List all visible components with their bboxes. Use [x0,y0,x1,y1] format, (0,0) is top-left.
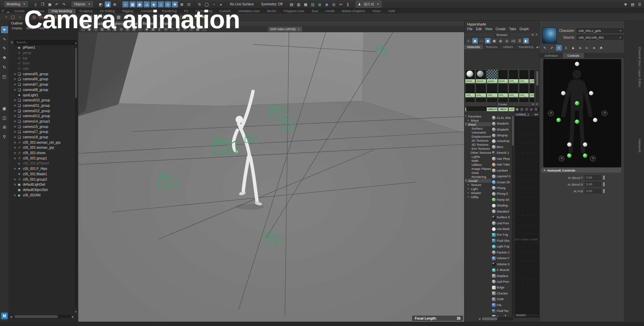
shader-graph-workarea[interactable]: ▦ ◫ ⊡ ◎ ✛ Untitled_1 ◀ ▶ Press Tab to cr… [514,107,539,318]
create-node-item[interactable]: Usd Prev [492,220,511,226]
param-value-field[interactable]: 0.00 [585,182,601,187]
ik-effector-dot[interactable] [575,62,579,66]
outliner-item[interactable]: ⊞ ❏ camera18_group [9,135,76,140]
outliner-item[interactable]: ⊞ ◆ c05_001RN [9,192,76,198]
hypershade-menu-item[interactable]: Edit [476,27,482,31]
humanik-vertical-tab[interactable]: HumanIK [638,139,641,153]
wireframe-camera[interactable] [259,228,283,248]
create-category[interactable]: Displacement [465,134,491,138]
create-category[interactable]: Lights [465,154,491,158]
create-node-item[interactable]: Ramp Sh [492,197,511,202]
outliner-item[interactable]: ⊞ ❏ camera011_group [9,103,76,108]
node-list-scrollbar[interactable] [512,115,514,316]
param-slider[interactable] [603,189,605,193]
outliner-item[interactable]: ◈ c05_001:pPlane4 [9,161,76,166]
create-category[interactable]: ▸ Shader [465,191,491,195]
material-swatch[interactable]: lamb... [465,69,475,83]
outliner-item[interactable]: ⊞ ❏ camera013_group [9,113,76,119]
create-node-item[interactable]: Phong E [492,191,511,197]
tab-scroll-left-icon[interactable]: ◀ [534,113,536,115]
browser-toolbar-icon[interactable]: ◎ [504,38,510,44]
expand-icon[interactable]: ⊞ [14,183,18,186]
browser-toolbar-icon[interactable]: ▦ [491,38,497,44]
wireframe-camera[interactable] [276,116,296,132]
create-node-item[interactable]: Hair Tube [492,162,511,168]
render-icon[interactable]: ▨ [310,1,316,7]
expand-icon[interactable]: ⊞ [14,167,18,170]
create-node-item[interactable]: Fractal [492,314,511,316]
render-icon[interactable]: ▥ [296,1,302,7]
create-node-item[interactable]: Stingray [492,132,511,138]
material-swatch[interactable]: c05_... [498,84,508,97]
browser-tab[interactable]: Utilities [500,45,516,49]
material-swatch[interactable]: c05_... [476,84,486,97]
shelf-tab[interactable]: Arnold [321,9,338,13]
expand-icon[interactable]: ⊞ [14,125,18,128]
close-icon[interactable]: ✕ [536,103,538,106]
shelf-menu-icon[interactable]: ☰ [0,9,6,13]
material-swatch[interactable]: c05_... [487,84,497,97]
param-value-field[interactable]: 0.00 [585,189,601,193]
hik-controls-section[interactable]: ▼ HumanIK Controls [541,168,621,173]
create-category[interactable]: 3D Textures [465,142,491,146]
outliner-item[interactable]: ⊞ ✶ c05_001:F_Hips [9,166,76,172]
ik-effector-dot[interactable] [583,153,587,158]
expand-icon[interactable]: ⊞ [14,141,18,144]
render-icon[interactable]: ✄ [338,1,344,7]
outliner-item[interactable]: ⊞ ❏ camera010_group [9,98,76,103]
character-dropdown[interactable]: c05_001:z_girls ▼ [577,28,624,33]
create-category[interactable]: ▾ Favorites [465,114,491,118]
outliner-search-input[interactable] [14,40,76,45]
create-node-item[interactable]: Particle C [492,249,511,255]
hypershade-menu-item[interactable]: Graph [519,27,529,31]
ik-effector-dot[interactable] [561,91,565,95]
outliner-toggle-icon[interactable]: ⚲ [1,133,8,140]
outliner-item[interactable]: ⊞ ↗ c05_001:shoes [9,150,76,156]
expand-icon[interactable]: ⊞ [14,78,18,81]
ik-effector-dot[interactable] [589,91,593,95]
expand-icon[interactable]: ⊞ [14,178,18,181]
browser-dock-header[interactable]: Browser ⧉ ✕ [465,33,539,37]
hypershade-menu-item[interactable]: File [467,27,473,31]
hypershade-menu-item[interactable]: Create [496,27,506,31]
browser-toolbar-icon[interactable]: ▣ [485,38,491,44]
create-node-item[interactable]: Shading [492,203,511,208]
create-category[interactable]: ▸ Texture [465,183,491,187]
browser-toolbar-icon[interactable]: — [479,38,484,44]
create-node-item[interactable]: Ocean Sh [492,179,511,185]
create-search-input[interactable] [466,107,486,111]
create-node-item[interactable]: Displace [492,273,511,279]
shelf-tool-icon[interactable]: ○ [17,14,23,20]
material-swatch[interactable]: c05_... [519,69,529,83]
graph-toolbar-icon[interactable]: ✛ [534,107,538,111]
create-category[interactable]: ▸ Utility [465,195,491,199]
wireframe-camera[interactable] [206,133,238,158]
param-slider[interactable] [603,182,605,186]
outliner-item[interactable]: ⊞ ◉ defaultLightSet [9,182,76,187]
outliner-item[interactable]: ⊞ ❏ camera14_group1 [9,119,76,124]
hypershade-menu-item[interactable]: Tabs [509,27,516,31]
workspace-user-dropdown[interactable]: ♟ 대기 이 ▼ [356,1,382,8]
hik-toolbar-icon[interactable]: ✚ [598,45,604,51]
graph-tab[interactable]: Untitled_1 ◀ ▶ [514,112,539,117]
expand-icon[interactable]: ⊞ [14,151,18,154]
create-node-item[interactable]: C Muscle [492,267,511,273]
scroll-up-icon[interactable]: ▲ [75,42,77,44]
render-icon[interactable]: ◉ [324,1,330,7]
create-category[interactable]: Volumetric [465,130,491,134]
create-node-item[interactable]: GLSL Sha [492,115,511,121]
outliner-item[interactable]: ⊞ ❏ camera05_group [9,71,76,77]
create-category[interactable]: Utilities [465,162,491,167]
material-swatch[interactable]: lamb... [498,69,508,83]
expand-icon[interactable]: ⊞ [14,136,18,139]
sidebar-toggle-icon[interactable]: ❖ [623,1,629,7]
toolbox-tool-icon[interactable]: ✥ [1,54,8,61]
browser-toolbar-icon[interactable]: AZ [510,38,516,44]
create-node-item[interactable]: Blinn [492,144,511,150]
outliner-item[interactable]: ✳ c05_001:Blade1 [9,172,76,177]
material-swatch[interactable]: partic... [487,69,497,83]
create-category[interactable]: Rendering [465,175,491,179]
outliner-item[interactable]: ◈ pPlane1 [9,45,76,50]
toolbox-tool-icon[interactable]: ↻ [1,64,8,71]
shelf-minimize-icon[interactable]: ▂ [6,9,11,13]
